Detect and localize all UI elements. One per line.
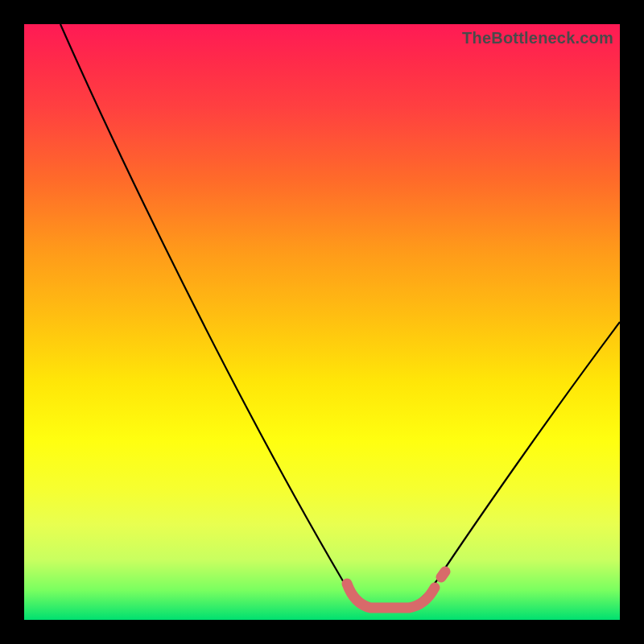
- plot-area: TheBottleneck.com: [24, 24, 620, 620]
- bottleneck-curve: [60, 24, 620, 609]
- optimal-range-marker: [347, 572, 445, 608]
- chart-svg: [24, 24, 620, 620]
- chart-frame: TheBottleneck.com: [0, 0, 644, 644]
